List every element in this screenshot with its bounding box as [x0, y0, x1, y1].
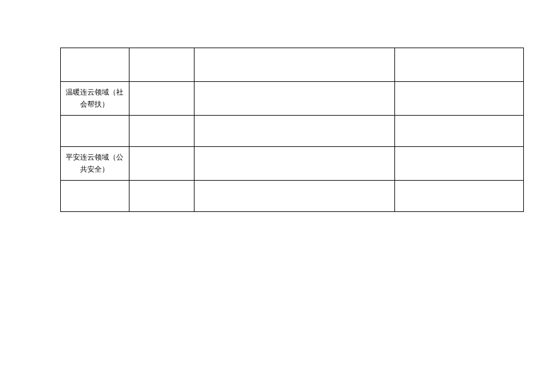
table-cell — [129, 82, 194, 116]
table-cell — [395, 48, 524, 82]
table-row: 温暖连云领域（社会帮扶） — [61, 82, 524, 116]
table-cell — [129, 181, 194, 212]
table-cell — [194, 147, 395, 181]
table-cell — [129, 48, 194, 82]
table-cell — [129, 147, 194, 181]
table-row — [61, 48, 524, 82]
table-cell — [61, 48, 129, 82]
table-row — [61, 181, 524, 212]
table-cell — [395, 116, 524, 147]
table-row — [61, 116, 524, 147]
table-cell — [395, 147, 524, 181]
table-cell — [129, 116, 194, 147]
document-table-container: 温暖连云领域（社会帮扶） 平安连云领域（公共安全） — [60, 48, 524, 212]
document-table: 温暖连云领域（社会帮扶） 平安连云领域（公共安全） — [60, 48, 524, 212]
table-cell — [395, 181, 524, 212]
table-cell — [61, 181, 129, 212]
table-cell — [194, 116, 395, 147]
table-cell — [194, 181, 395, 212]
table-cell-category: 温暖连云领域（社会帮扶） — [61, 82, 129, 116]
table-cell — [194, 82, 395, 116]
table-cell — [395, 82, 524, 116]
table-cell-category: 平安连云领域（公共安全） — [61, 147, 129, 181]
table-row: 平安连云领域（公共安全） — [61, 147, 524, 181]
table-cell — [194, 48, 395, 82]
table-cell — [61, 116, 129, 147]
